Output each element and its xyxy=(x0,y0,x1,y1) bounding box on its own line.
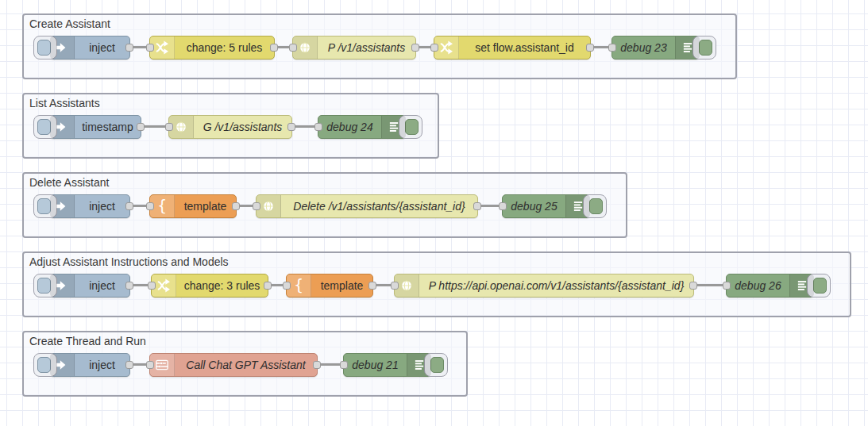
input-port[interactable] xyxy=(253,202,260,210)
wire[interactable] xyxy=(141,125,168,128)
output-port[interactable] xyxy=(473,202,481,210)
node-label: P https://api.openai.com/v1/assistants/{… xyxy=(419,274,693,297)
group-title: Create Thread and Run xyxy=(24,332,466,347)
output-port[interactable] xyxy=(368,282,376,290)
group-title: List Assistants xyxy=(24,94,438,109)
group-title: Delete Assistant xyxy=(24,174,626,189)
http-request-node[interactable]: G /v1/assistants xyxy=(168,115,292,139)
output-port[interactable] xyxy=(689,282,697,290)
http-request-node[interactable]: P https://api.openai.com/v1/assistants/{… xyxy=(394,274,694,297)
input-port[interactable] xyxy=(391,282,399,290)
output-port[interactable] xyxy=(313,361,321,369)
node-label: debug 25 xyxy=(503,195,565,217)
node-label: debug 21 xyxy=(344,354,407,376)
debug-node[interactable]: debug 23 xyxy=(611,36,700,59)
input-port[interactable] xyxy=(430,44,438,52)
subflow-node[interactable]: Call Chat GPT Assistant xyxy=(149,353,318,377)
list-icon xyxy=(675,36,700,59)
node-label: P /v1/assistants xyxy=(318,36,415,59)
input-port[interactable] xyxy=(608,44,616,52)
output-port[interactable] xyxy=(125,282,133,290)
output-port[interactable] xyxy=(264,282,272,290)
node-label: Delete /v1/assistants/{assistant_id} xyxy=(281,195,477,217)
change-node[interactable]: change: 3 rules xyxy=(151,274,268,297)
input-port[interactable] xyxy=(283,282,291,290)
wire[interactable] xyxy=(694,284,726,286)
output-port[interactable] xyxy=(411,44,419,52)
output-port[interactable] xyxy=(287,123,295,131)
input-port[interactable] xyxy=(146,361,154,369)
input-port[interactable] xyxy=(148,282,156,290)
inject-node[interactable]: inject xyxy=(49,194,130,218)
node-label: change: 3 rules xyxy=(176,274,268,297)
node-label: inject xyxy=(75,274,129,297)
svg-text:{: { xyxy=(157,197,167,215)
flow-canvas[interactable]: Create Assistant List Assistants Delete … xyxy=(0,0,868,426)
arrow-in-icon xyxy=(50,274,75,297)
node-label: change: 5 rules xyxy=(175,36,274,59)
output-port[interactable] xyxy=(232,202,240,210)
input-port[interactable] xyxy=(146,202,154,210)
group-title: Create Assistant xyxy=(24,15,735,30)
inject-node[interactable]: inject xyxy=(49,36,130,59)
output-port[interactable] xyxy=(125,361,133,369)
input-port[interactable] xyxy=(499,202,507,210)
output-port[interactable] xyxy=(125,202,133,210)
input-port[interactable] xyxy=(314,123,322,131)
input-port[interactable] xyxy=(146,44,154,52)
node-label: debug 26 xyxy=(727,274,789,297)
debug-node[interactable]: debug 25 xyxy=(502,194,591,218)
list-icon xyxy=(407,354,431,376)
output-port[interactable] xyxy=(586,44,594,52)
change-node[interactable]: change: 5 rules xyxy=(149,36,275,59)
node-label: debug 24 xyxy=(318,116,381,138)
svg-text:{: { xyxy=(294,276,303,294)
http-request-node[interactable]: P /v1/assistants xyxy=(292,36,416,59)
debug-node[interactable]: debug 24 xyxy=(318,115,407,139)
node-label: inject xyxy=(75,195,129,217)
inject-node[interactable]: inject xyxy=(49,274,130,297)
input-port[interactable] xyxy=(165,123,173,131)
list-icon xyxy=(789,274,814,297)
arrow-in-icon xyxy=(50,195,75,217)
output-port[interactable] xyxy=(270,44,278,52)
output-port[interactable] xyxy=(125,44,133,52)
node-label: timestamp xyxy=(75,116,141,138)
input-port[interactable] xyxy=(340,361,348,369)
template-node[interactable]: { template xyxy=(286,274,373,297)
input-port[interactable] xyxy=(289,44,297,52)
node-label: template xyxy=(175,195,236,217)
arrow-in-icon xyxy=(50,116,75,138)
group-title: Adjust Assistant Instructions and Models xyxy=(24,253,850,268)
inject-node[interactable]: inject xyxy=(49,353,130,377)
debug-node[interactable]: debug 21 xyxy=(343,353,432,377)
node-label: Call Chat GPT Assistant xyxy=(175,354,317,376)
node-label: set flow.assistant_id xyxy=(459,36,590,59)
node-label: debug 23 xyxy=(612,36,675,59)
input-port[interactable] xyxy=(723,282,731,290)
node-label: G /v1/assistants xyxy=(194,116,291,138)
inject-node[interactable]: timestamp xyxy=(49,115,141,139)
change-node[interactable]: set flow.assistant_id xyxy=(434,36,591,59)
debug-node[interactable]: debug 26 xyxy=(726,274,815,297)
node-label: inject xyxy=(75,354,129,376)
template-node[interactable]: { template xyxy=(149,194,237,218)
node-label: template xyxy=(311,274,372,297)
output-port[interactable] xyxy=(137,123,145,131)
list-icon xyxy=(565,195,590,217)
arrow-in-icon xyxy=(50,36,75,59)
http-request-node[interactable]: Delete /v1/assistants/{assistant_id} xyxy=(256,194,478,218)
list-icon xyxy=(381,116,406,138)
arrow-in-icon xyxy=(50,354,75,376)
node-label: inject xyxy=(75,36,129,59)
